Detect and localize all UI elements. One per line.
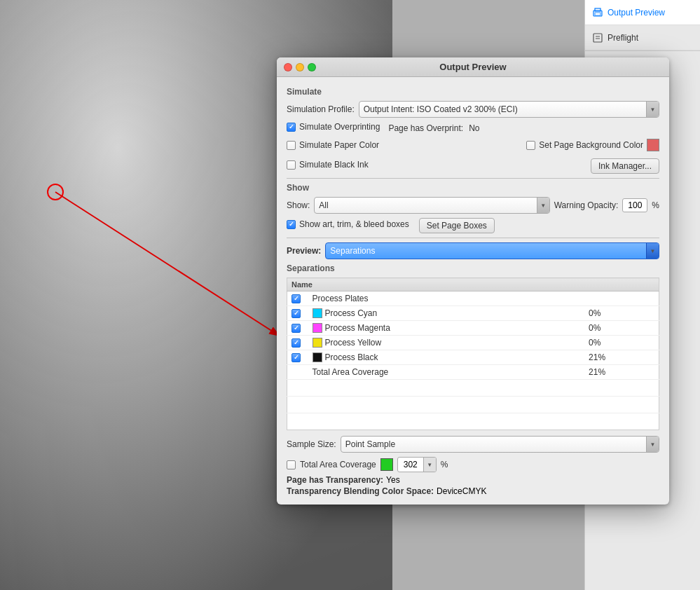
page-has-overprint-value: No	[469, 123, 479, 133]
show-section-label: Show	[287, 183, 659, 193]
total-area-name: Total Area Coverage	[313, 367, 389, 377]
show-section: Show Show: All ▼ Warning Opacity: % Show…	[287, 183, 659, 233]
set-page-bg-checkbox-row: Set Page Background Color	[526, 139, 659, 151]
simulate-paper-color-checkbox[interactable]	[287, 141, 296, 150]
simulate-black-ink-checkbox-row: Simulate Black Ink	[287, 160, 586, 170]
total-area-coverage-checkbox[interactable]	[287, 460, 296, 469]
sep-col2-header	[560, 278, 584, 291]
show-arrow[interactable]: ▼	[537, 198, 549, 213]
magenta-swatch	[313, 323, 322, 333]
close-button[interactable]	[284, 63, 292, 71]
process-plates-name-cell: Process Plates	[313, 294, 556, 303]
table-row: Process Yellow 0%	[287, 336, 659, 350]
preflight-icon	[592, 32, 603, 43]
separations-table: Name Process Plates	[287, 277, 659, 430]
title-bar: Output Preview	[277, 57, 669, 77]
sidebar-item-preflight-label: Preflight	[608, 33, 638, 43]
ink-manager-button[interactable]: Ink Manager...	[591, 158, 659, 174]
minimize-button[interactable]	[296, 63, 304, 71]
process-magenta-checkbox[interactable]	[291, 324, 301, 333]
process-magenta-value: 0%	[584, 321, 659, 336]
simulate-black-ink-label: Simulate Black Ink	[299, 160, 369, 170]
simulate-overprinting-row: Simulate Overprinting Page has Overprint…	[287, 122, 659, 135]
preview-select[interactable]: Separations ▼	[325, 242, 659, 259]
warning-opacity-input[interactable]	[622, 198, 647, 212]
process-plates-checkbox[interactable]	[291, 294, 301, 303]
yellow-swatch	[313, 338, 322, 348]
total-area-value: 21%	[584, 365, 659, 380]
simulate-paper-color-row: Simulate Paper Color Set Page Background…	[287, 139, 659, 154]
coverage-value-arrow[interactable]: ▼	[423, 458, 436, 472]
empty-row	[287, 380, 659, 397]
preview-label: Preview:	[287, 246, 321, 256]
table-row: Total Area Coverage 21%	[287, 365, 659, 380]
process-yellow-checkbox[interactable]	[291, 338, 301, 348]
set-page-bg-label: Set Page Background Color	[539, 140, 643, 150]
process-black-name-cell: Process Black	[313, 352, 556, 362]
coverage-row: Total Area Coverage ▼ %	[287, 457, 659, 472]
coverage-value-container: ▼	[397, 457, 437, 472]
sample-size-select[interactable]: Point Sample ▼	[341, 436, 659, 453]
table-row: Process Magenta 0%	[287, 321, 659, 336]
process-black-checkbox[interactable]	[291, 353, 301, 362]
simulate-black-ink-row: Simulate Black Ink Ink Manager...	[287, 158, 659, 174]
simulation-profile-select[interactable]: Output Intent: ISO Coated v2 300% (ECI) …	[359, 101, 659, 118]
process-yellow-name-cell: Process Yellow	[313, 338, 556, 348]
simulation-profile-row: Simulation Profile: Output Intent: ISO C…	[287, 101, 659, 118]
show-art-trim-row: Show art, trim, & bleed boxes Set Page B…	[287, 218, 659, 233]
show-art-trim-checkbox[interactable]	[287, 220, 296, 229]
table-row: Process Cyan 0%	[287, 306, 659, 321]
preview-value: Separations	[326, 245, 646, 257]
coverage-value-input[interactable]	[398, 458, 423, 471]
process-yellow-name: Process Yellow	[325, 338, 382, 348]
page-transparency-row: Page has Transparency: Yes	[287, 475, 659, 485]
simulate-overprinting-checkbox[interactable]	[287, 123, 296, 132]
simulate-paper-color-label: Simulate Paper Color	[299, 140, 379, 150]
show-art-trim-checkbox-row: Show art, trim, & bleed boxes	[287, 219, 409, 229]
set-page-boxes-button[interactable]: Set Page Boxes	[419, 218, 495, 233]
process-black-name: Process Black	[325, 352, 378, 362]
show-label: Show:	[287, 200, 310, 210]
printer-icon	[592, 7, 603, 18]
sample-size-arrow[interactable]: ▼	[646, 437, 659, 452]
sample-size-label: Sample Size:	[287, 439, 336, 449]
empty-row	[287, 413, 659, 430]
empty-row	[287, 397, 659, 413]
process-cyan-name-cell: Process Cyan	[313, 308, 556, 318]
set-page-bg-checkbox[interactable]	[526, 141, 535, 150]
traffic-lights	[284, 63, 316, 71]
sidebar-item-output-preview[interactable]: Output Preview	[585, 0, 700, 25]
show-row: Show: All ▼ Warning Opacity: %	[287, 197, 659, 214]
show-value: All	[315, 199, 536, 212]
simulate-section-label: Simulate	[287, 87, 659, 97]
process-black-value: 21%	[584, 350, 659, 365]
bg-color-swatch[interactable]	[647, 139, 659, 151]
preview-arrow[interactable]: ▼	[646, 243, 659, 259]
page-transparency-label: Page has Transparency:	[287, 475, 383, 485]
simulate-overprinting-checkbox-row: Simulate Overprinting	[287, 122, 380, 132]
dialog-content: Simulate Simulation Profile: Output Inte…	[277, 77, 669, 505]
sidebar-item-preflight[interactable]: Preflight	[585, 25, 700, 50]
simulation-profile-arrow[interactable]: ▼	[646, 102, 659, 117]
sidebar-item-output-preview-label: Output Preview	[608, 8, 665, 18]
process-cyan-checkbox[interactable]	[291, 309, 301, 318]
coverage-color-swatch[interactable]	[380, 458, 393, 471]
process-magenta-name-cell: Process Magenta	[313, 323, 556, 333]
process-cyan-value: 0%	[584, 306, 659, 321]
sep-name-header: Name	[287, 278, 561, 291]
show-select[interactable]: All ▼	[314, 197, 549, 214]
simulate-overprinting-label: Simulate Overprinting	[299, 122, 380, 132]
coverage-unit: %	[441, 460, 448, 469]
table-row: Process Black 21%	[287, 350, 659, 365]
cyan-swatch	[313, 308, 322, 318]
divider-2	[287, 238, 659, 238]
process-yellow-value: 0%	[584, 336, 659, 350]
simulate-black-ink-checkbox[interactable]	[287, 160, 296, 170]
separations-section-label: Separations	[287, 263, 659, 273]
process-magenta-name: Process Magenta	[325, 323, 390, 333]
dialog-title: Output Preview	[439, 62, 506, 72]
simulation-profile-label: Simulation Profile:	[287, 104, 355, 114]
annotation-circle	[47, 184, 64, 200]
process-plates-name: Process Plates	[313, 294, 369, 303]
maximize-button[interactable]	[308, 63, 316, 71]
